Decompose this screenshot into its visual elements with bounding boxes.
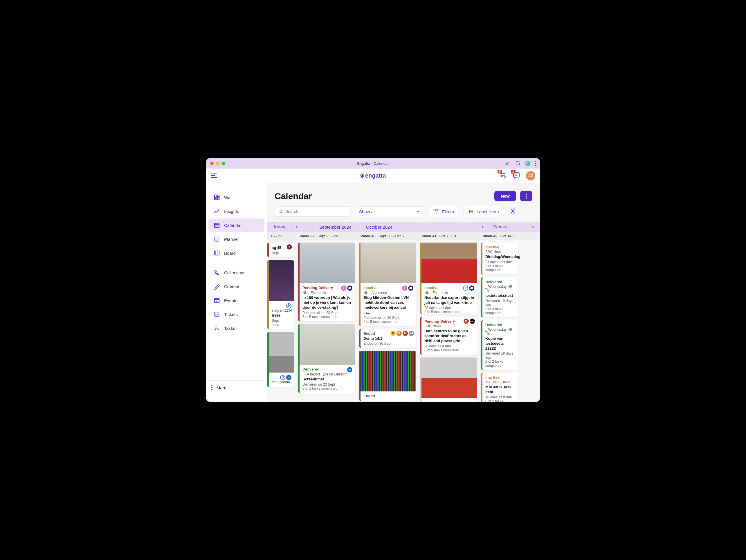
card-title: Demo 14.1 [364, 336, 413, 341]
insights-icon [213, 208, 220, 214]
approvals-button[interactable]: 9 [499, 172, 507, 180]
card-meta: 5 of 5 tasks completed [303, 315, 352, 319]
close-window[interactable] [210, 161, 213, 165]
calendar-card[interactable]: InactiveMAGNUS BasicMAGNUS Task Item18 d… [481, 373, 518, 402]
card-meta: 18 days past due [485, 395, 515, 399]
toolbar: Search... Show all Filters Label filters [267, 201, 540, 222]
calendar-card[interactable]: Delivered_ Wednesday XR 🏛testetstessttes… [481, 277, 518, 318]
sidebar-item-content[interactable]: Content [208, 280, 264, 293]
calendar-card[interactable]: Xag 45Sept [267, 242, 294, 257]
card-meta: Delivered 19 days ago [485, 299, 515, 307]
tag-icon: X [287, 244, 292, 249]
card-title: Kopie van testsesets 22222 [485, 336, 515, 351]
calendar-card[interactable]: EndedDMM+4Demo 14.1Ended on 30 Sept [359, 329, 416, 348]
next-button[interactable] [477, 222, 488, 232]
sidebar-toggle[interactable] [211, 172, 219, 180]
view-select[interactable]: Weeks [488, 222, 540, 232]
prev-button[interactable] [291, 222, 302, 232]
sidebar-item-events[interactable]: Events [208, 294, 264, 307]
tag-icon: C [463, 286, 468, 291]
card-source: MAGNUS Basic [485, 380, 515, 384]
card-source: FKA Import Type for LinkedIn [303, 372, 352, 376]
sidebar-item-tasks[interactable]: Tasks [208, 322, 264, 335]
card-status: Delivered [485, 280, 503, 284]
card-meta: 3 of 3 tasks completed [485, 307, 515, 315]
card-status: Ended [364, 331, 375, 336]
filters-button[interactable]: Filters [429, 206, 459, 217]
extension-icon[interactable] [515, 161, 520, 166]
sidebar-item-label: Calendar [224, 223, 242, 228]
card-source: NU - Algemeen [364, 291, 413, 295]
calendar-card[interactable]: Dinfor LinkedIn [267, 332, 294, 387]
titlebar: Engatta - Calendar [206, 158, 540, 169]
sidebar-item-calendar[interactable]: Calendar [208, 218, 264, 232]
calendar-card[interactable]: InactiveBBC NewsDinsdag/Woensdag21 days … [481, 242, 518, 274]
maximize-window[interactable] [222, 161, 225, 165]
sidebar-item-insights[interactable]: Insights [208, 205, 264, 218]
minimize-window[interactable] [216, 161, 220, 165]
titlebar-actions [505, 161, 536, 166]
calendar-card[interactable]: Ended [359, 351, 416, 401]
chevron-right-icon [480, 225, 485, 229]
page-menu-button[interactable] [520, 190, 533, 201]
tag-icon: M [464, 319, 469, 324]
key-icon[interactable] [505, 161, 511, 166]
sidebar-item-label: Content [224, 284, 239, 289]
svg-point-18 [526, 196, 527, 197]
card-image [269, 260, 294, 301]
label-filters-button[interactable]: Label filters [464, 206, 504, 217]
calendar-card[interactable]: InactiveT💬NU - AlgemeenBlog Midden-Ooste… [359, 242, 416, 326]
card-status: Inactive [424, 286, 438, 290]
svg-point-6 [219, 210, 219, 210]
calendar-card[interactable]: Dstagram1234treesSeptleted [267, 260, 294, 329]
calendar-card[interactable]: InactiveC💬NU - EconomieNederlandse expor… [420, 242, 477, 314]
sidebar-item-label: Board [224, 251, 236, 256]
card-meta: Sept [272, 319, 291, 323]
sidebar-item-label: Planner [224, 237, 239, 242]
card-title: Dinsdag/Woensdag [485, 255, 515, 259]
calendar-card[interactable]: Delivered_ Wednesday XR 🏛Kopie van tests… [481, 320, 518, 370]
week-column: InactiveBBC NewsDinsdag/Woensdag21 days … [479, 242, 520, 402]
sidebar-item-wall[interactable]: Wall [208, 190, 264, 204]
calendar-card[interactable]: Pending DeliveryT💬NU - EconomieIn 100 wo… [298, 242, 355, 321]
week-header-cell: Week 41Oct 7 - 13 [418, 232, 479, 240]
sidebar-item-planner[interactable]: Planner [208, 232, 264, 246]
settings-button[interactable] [510, 207, 517, 215]
sidebar-more[interactable]: More [206, 380, 267, 395]
tasks-icon [213, 325, 220, 331]
sidebar-item-board[interactable]: Board [208, 246, 264, 260]
show-select[interactable]: Show all [355, 206, 424, 217]
card-meta: Delivered on 23 Sept [303, 382, 352, 386]
today-button[interactable]: Today [267, 222, 291, 232]
card-source: NU - Economie [303, 291, 352, 295]
svg-point-21 [469, 210, 470, 211]
browser-menu[interactable] [535, 161, 536, 166]
card-title: Nederlandse export stijgt in juli na lan… [424, 295, 474, 305]
svg-point-0 [506, 163, 508, 165]
messages-button[interactable]: 1 [513, 172, 520, 180]
tag-icon: T [402, 286, 407, 291]
calendar-card[interactable]: Pending DeliveryMBBCBBC NewsData centres… [420, 317, 477, 355]
tag-icon: M [403, 331, 408, 336]
card-status: Pending Delivery [424, 319, 455, 324]
sidebar-item-collections[interactable]: Collections [208, 266, 264, 279]
tag-icon: T [341, 286, 346, 291]
new-button[interactable]: New [494, 190, 516, 201]
calendar-card[interactable] [420, 357, 477, 402]
search-input[interactable]: Search... [275, 206, 350, 217]
card-tags: T💬 [402, 286, 413, 291]
card-image [361, 242, 416, 283]
sidebar-item-label: Collections [224, 270, 245, 275]
calendar-card[interactable]: DeliveredinFKA Import Type for LinkedInS… [298, 324, 355, 393]
tag-icon: in [286, 375, 291, 380]
logo[interactable]: 𝕰engatta [360, 172, 386, 179]
card-tags: in [347, 367, 352, 372]
card-title: In 100 woorden | Wat als je niet op je w… [303, 295, 352, 310]
avatar[interactable]: AE [526, 171, 535, 180]
tag-icon: 💬 [469, 286, 474, 291]
tag-icon: 💬 [347, 286, 352, 291]
card-meta: 21 days past due [485, 260, 515, 264]
tag-icon: D [280, 375, 285, 380]
globe-icon[interactable] [525, 161, 530, 166]
sidebar-item-tickets[interactable]: Tickets [208, 307, 264, 321]
